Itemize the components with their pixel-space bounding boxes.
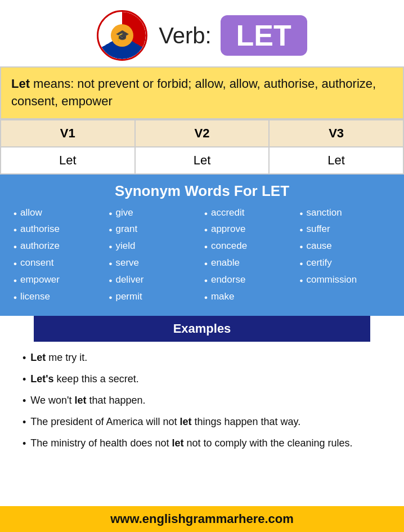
list-item: authorise [14, 222, 105, 239]
list-item: concede [204, 239, 295, 256]
v2-value: Let [135, 147, 270, 174]
list-item: empower [14, 272, 105, 289]
synonym-col-1: allow authorise authorize consent empowe… [11, 205, 107, 306]
examples-title-bar: Examples [34, 316, 370, 342]
ex-bold-2: Let's [30, 373, 53, 385]
footer: www.englishgrammarhere.com [0, 506, 404, 532]
v2-header: V2 [135, 120, 270, 147]
list-item: serve [109, 256, 200, 272]
list-item: deliver [109, 272, 200, 289]
definition-bold-word: Let [11, 77, 30, 91]
ex-bold-1: Let [30, 352, 46, 363]
list-item: Let's keep this a secret. [23, 369, 381, 390]
list-item: grant [109, 222, 200, 239]
list-item: cause [300, 239, 391, 256]
synonyms-title-prefix: Synonym Words For [115, 182, 262, 199]
verb-word-box: LET [221, 15, 307, 56]
list-item: certify [300, 256, 391, 272]
list-item: accredit [204, 205, 295, 222]
examples-list: Let me try it. Let's keep this a secret.… [0, 342, 404, 460]
list-item: permit [109, 289, 200, 306]
list-item: The ministry of health does not let not … [23, 433, 381, 454]
list-item: Let me try it. [23, 347, 381, 369]
examples-section: Examples Let me try it. Let's keep this … [0, 316, 404, 466]
page-header: 🎓 Verb: LET [0, 0, 404, 66]
logo-center-icon: 🎓 [111, 24, 133, 47]
ex-bold-5: let [172, 437, 183, 449]
list-item: consent [14, 256, 105, 272]
synonyms-title-bold: LET [262, 182, 289, 199]
list-item: sanction [300, 205, 391, 222]
list-item: commission [300, 272, 391, 289]
verb-title-area: Verb: LET [159, 15, 307, 56]
synonym-col-4: sanction suffer cause certify commission [298, 205, 393, 306]
v3-header: V3 [269, 120, 403, 147]
synonym-col-2: give grant yield serve deliver permit [107, 205, 203, 306]
list-item: give [109, 205, 200, 222]
v3-value: Let [269, 147, 403, 174]
logo: 🎓 [97, 10, 147, 61]
list-item: endorse [204, 272, 295, 289]
list-item: allow [14, 205, 105, 222]
synonyms-title: Synonym Words For LET [0, 175, 404, 205]
verb-label: Verb: [159, 23, 211, 48]
synonym-col-3: accredit approve concede enable endorse … [202, 205, 298, 306]
list-item: The president of America will not let th… [23, 412, 381, 433]
ex-bold-4: let [179, 416, 191, 427]
definition-section: Let means: not prevent or forbid; allow,… [0, 66, 404, 119]
ex-bold-3: let [74, 395, 86, 406]
list-item: license [14, 289, 105, 306]
v1-value: Let [1, 147, 135, 174]
list-item: make [204, 289, 295, 306]
definition-text: means: not prevent or forbid; allow, all… [11, 77, 376, 108]
v1-header: V1 [1, 120, 135, 147]
list-item: approve [204, 222, 295, 239]
list-item: suffer [300, 222, 391, 239]
synonyms-grid: allow authorise authorize consent empowe… [0, 205, 404, 316]
list-item: enable [204, 256, 295, 272]
list-item: yield [109, 239, 200, 256]
synonyms-section: Synonym Words For LET allow authorise au… [0, 175, 404, 316]
list-item: We won't let that happen. [23, 390, 381, 412]
list-item: authorize [14, 239, 105, 256]
verb-forms-table: V1 V2 V3 Let Let Let [0, 119, 404, 175]
